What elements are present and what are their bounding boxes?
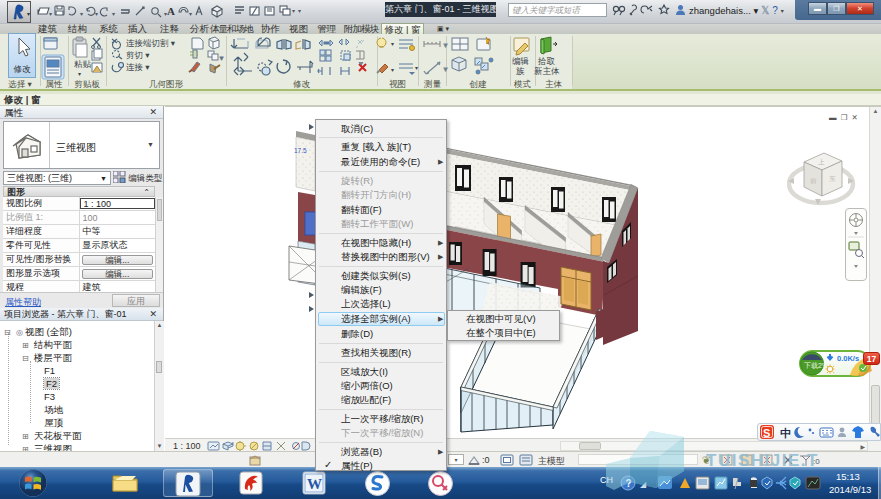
svg-text:拾取: 拾取 xyxy=(537,56,556,66)
svg-text:▾: ▾ xyxy=(391,67,394,73)
svg-text:连接端切割 ▾: 连接端切割 ▾ xyxy=(126,38,176,48)
svg-text:TUISHIJIE.T: TUISHIJIE.T xyxy=(706,451,819,470)
svg-text:▾: ▾ xyxy=(112,11,115,17)
svg-text:▾: ▾ xyxy=(391,41,394,47)
svg-text:下载2%: 下载2% xyxy=(804,362,828,369)
svg-text:▾: ▾ xyxy=(78,71,81,77)
svg-text:▾: ▾ xyxy=(189,11,192,17)
svg-text:S: S xyxy=(763,427,770,439)
svg-text:▾: ▾ xyxy=(415,65,418,71)
svg-text:17.5: 17.5 xyxy=(294,147,307,154)
svg-text:A: A xyxy=(167,5,175,17)
svg-text:新主体: 新主体 xyxy=(534,66,560,76)
svg-text:▾: ▾ xyxy=(220,55,223,61)
svg-text:▾: ▾ xyxy=(298,8,301,14)
svg-text:▾: ▾ xyxy=(292,8,295,14)
svg-text:中: 中 xyxy=(780,427,791,439)
svg-text:族: 族 xyxy=(516,66,525,76)
svg-text:▾: ▾ xyxy=(49,11,52,17)
svg-text:▾: ▾ xyxy=(80,11,83,17)
svg-text:剪切 ▾: 剪切 ▾ xyxy=(126,50,150,60)
svg-text:东: 东 xyxy=(829,175,836,182)
svg-text:W: W xyxy=(307,476,322,492)
svg-text:▾: ▾ xyxy=(444,42,447,48)
svg-text:前: 前 xyxy=(810,177,817,184)
svg-text:0.0K/s: 0.0K/s xyxy=(837,354,859,363)
svg-text:编辑: 编辑 xyxy=(512,56,529,66)
svg-text:连接 ▾: 连接 ▾ xyxy=(126,62,150,72)
svg-text:粘贴: 粘贴 xyxy=(74,59,92,69)
svg-text:上: 上 xyxy=(818,158,825,165)
svg-text:▾: ▾ xyxy=(444,66,447,72)
svg-text:▾: ▾ xyxy=(95,11,98,17)
